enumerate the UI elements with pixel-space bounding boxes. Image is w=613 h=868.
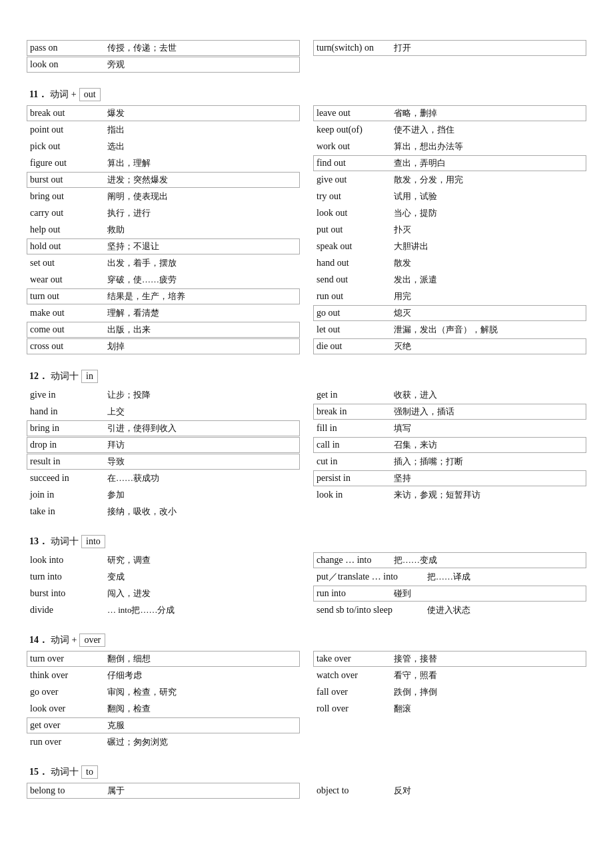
phrase-zh: 收获，进入 xyxy=(394,389,437,401)
list-item: object to 反对 xyxy=(313,783,586,799)
phrase-en: belong to xyxy=(30,785,103,796)
phrase-zh: 理解，看清楚 xyxy=(107,307,159,319)
list-item: put／translate … into 把……译成 xyxy=(313,569,586,585)
list-item: go over 审阅，检查，研究 xyxy=(27,684,300,700)
phrase-en: succeed in xyxy=(30,473,103,484)
section-number: 11． xyxy=(29,89,47,101)
list-item: get over 克服 xyxy=(27,717,300,733)
phrase-zh: 审阅，检查，研究 xyxy=(107,686,177,698)
section-11: break out 爆发 point out 指出 pick out 选出 fi… xyxy=(27,105,586,355)
phrase-zh: 接管，接替 xyxy=(394,653,437,665)
section-13: look into 研究，调查 turn into 变成 burst into … xyxy=(27,552,586,619)
phrase-zh: 引进，使得到收入 xyxy=(107,422,177,434)
phrase-en: run out xyxy=(316,291,390,302)
phrase-en: work out xyxy=(316,141,390,152)
phrase-en: object to xyxy=(316,785,390,796)
section-text: 动词十 xyxy=(51,536,79,548)
phrase-zh: 爆发 xyxy=(107,107,125,119)
phrase-en: pass on xyxy=(30,43,103,53)
phrase-en: cut in xyxy=(316,456,390,467)
list-item: divide … into把……分成 xyxy=(27,602,300,618)
phrase-zh: 结果是，生产，培养 xyxy=(107,290,185,302)
phrase-en: hold out xyxy=(30,241,103,252)
phrase-zh: … into把……分成 xyxy=(107,604,175,616)
phrase-en: go over xyxy=(30,687,103,697)
phrase-en: speak out xyxy=(316,241,390,252)
phrase-zh: 碰到 xyxy=(394,588,411,600)
phrase-zh: 坚持 xyxy=(394,472,411,484)
list-item: give out 散发，分发，用完 xyxy=(313,172,586,188)
list-item: carry out 执行，进行 xyxy=(27,205,300,221)
section-number: 15． xyxy=(29,766,48,778)
section-12-left: give in 让步；投降 hand in 上交 bring in 引进，使得到… xyxy=(27,387,300,520)
phrase-en: burst out xyxy=(30,175,103,185)
phrase-en: cross out xyxy=(30,341,103,352)
phrase-zh: 散发，分发，用完 xyxy=(394,174,463,186)
phrase-en: keep out(of) xyxy=(316,125,390,135)
list-item: put out 扑灭 xyxy=(313,222,586,238)
section-label: into xyxy=(81,535,105,548)
list-item: turn over 翻倒，细想 xyxy=(27,651,300,667)
phrase-en: figure out xyxy=(30,158,103,169)
list-item: turn into 变成 xyxy=(27,569,300,585)
phrase-zh: 翻滚 xyxy=(394,703,411,715)
section-15: belong to 属于 object to 反对 xyxy=(27,783,586,799)
phrase-zh: 扑灭 xyxy=(394,224,411,236)
list-item: drop in 拜访 xyxy=(27,437,300,453)
phrase-zh: 看守，照看 xyxy=(394,669,437,681)
phrase-zh: 上交 xyxy=(107,406,125,418)
list-item: let out 泄漏，发出（声音），解脱 xyxy=(313,322,586,338)
phrase-en: help out xyxy=(30,224,103,235)
phrase-en: join in xyxy=(30,490,103,500)
phrase-en: burst into xyxy=(30,588,103,599)
phrase-en: run over xyxy=(30,737,103,747)
phrase-en: put out xyxy=(316,224,390,235)
phrase-en: hand in xyxy=(30,406,103,417)
section-number: 12． xyxy=(29,370,48,382)
phrase-zh: 导致 xyxy=(107,456,125,468)
phrase-en: send sb to/into sleep xyxy=(316,605,423,616)
section-number: 13． xyxy=(29,536,48,548)
phrase-zh: 旁观 xyxy=(107,59,125,71)
list-item: speak out 大胆讲出 xyxy=(313,238,586,254)
section-header-11: 11． 动词 + out xyxy=(27,87,586,103)
section-15-right: object to 反对 xyxy=(313,783,586,799)
list-item: belong to 属于 xyxy=(27,783,300,799)
list-item: look into 研究，调查 xyxy=(27,552,300,568)
list-item: come out 出版，出来 xyxy=(27,322,300,338)
phrase-zh: 仔细考虑 xyxy=(107,669,142,681)
section-text: 动词十 xyxy=(51,766,79,778)
phrase-zh: 出版，出来 xyxy=(107,324,151,336)
phrase-en: point out xyxy=(30,125,103,135)
phrase-zh: 进发；突然爆发 xyxy=(107,174,168,186)
section-label: out xyxy=(79,88,101,101)
list-item: break in 强制进入，插话 xyxy=(313,404,586,420)
phrase-en: bring in xyxy=(30,423,103,434)
section-15-left: belong to 属于 xyxy=(27,783,300,799)
phrase-en: let out xyxy=(316,324,390,335)
phrase-en: bring out xyxy=(30,191,103,202)
list-item: look in 来访，参观；短暂拜访 xyxy=(313,487,586,503)
phrase-zh: 克服 xyxy=(107,719,125,731)
phrase-en: try out xyxy=(316,191,390,202)
phrase-en: die out xyxy=(316,341,390,352)
list-item: change … into 把……变成 xyxy=(313,552,586,568)
section-14: turn over 翻倒，细想 think over 仔细考虑 go over … xyxy=(27,651,586,751)
section-header-12: 12． 动词十 in xyxy=(27,368,586,384)
phrase-zh: 发出，派遣 xyxy=(394,274,437,286)
list-item: think over 仔细考虑 xyxy=(27,667,300,683)
phrase-zh: 算出，想出办法等 xyxy=(394,141,463,153)
list-item: run over 碾过；匆匆浏览 xyxy=(27,734,300,750)
phrase-zh: 划掉 xyxy=(107,340,125,352)
phrase-en: drop in xyxy=(30,440,103,450)
phrase-en: fall over xyxy=(316,687,390,697)
phrase-zh: 召集，来访 xyxy=(394,439,437,451)
list-item: wear out 穿破，使……疲劳 xyxy=(27,272,300,288)
section-label: over xyxy=(79,634,105,647)
phrase-zh: 来访，参观；短暂拜访 xyxy=(394,489,480,501)
list-item: bring in 引进，使得到收入 xyxy=(27,420,300,436)
phrase-zh: 反对 xyxy=(394,785,411,797)
phrase-zh: 出发，着手，摆放 xyxy=(107,257,177,269)
section-text: 动词十 xyxy=(51,370,79,382)
phrase-zh: 坚持；不退让 xyxy=(107,240,159,252)
